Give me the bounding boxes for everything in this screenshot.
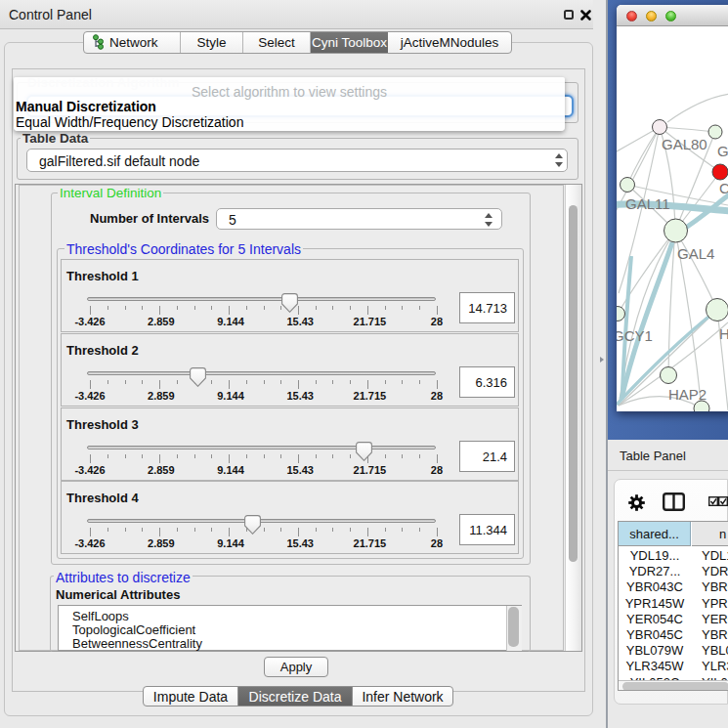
svg-text:GAL4: GAL4 (677, 245, 714, 262)
svg-text:HAP2: HAP2 (668, 386, 707, 403)
svg-text:H: H (719, 325, 728, 342)
svg-text:GAL11: GAL11 (625, 195, 670, 212)
svg-text:GCY1: GCY1 (617, 327, 653, 344)
svg-text:GA: GA (717, 143, 728, 159)
svg-text:GAL80: GAL80 (662, 136, 707, 152)
svg-text:C: C (719, 180, 728, 196)
